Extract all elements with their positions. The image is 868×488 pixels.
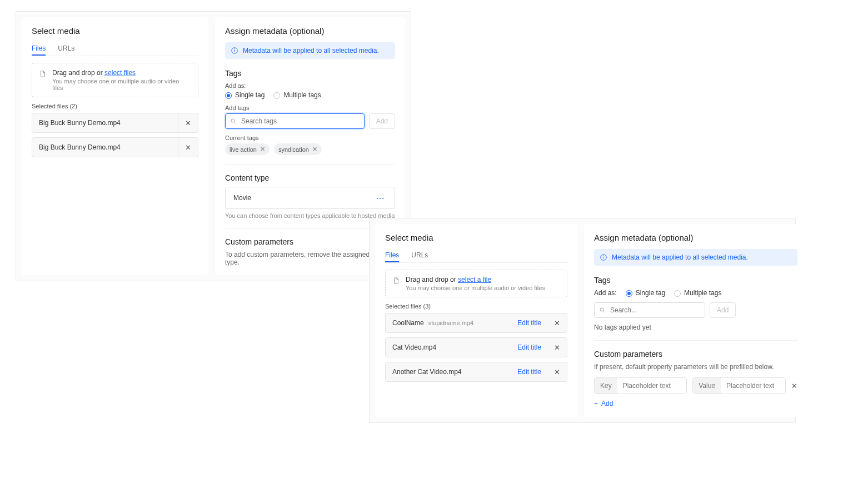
remove-tag-icon[interactable]: ✕	[260, 146, 265, 153]
assign-metadata-title: Assign metadata (optional)	[225, 26, 395, 36]
radio-single-tag[interactable]: Single tag	[626, 289, 665, 297]
info-banner-text: Metadata will be applied to all selected…	[243, 47, 379, 54]
param-value-field[interactable]: Value	[692, 377, 785, 394]
radio-single-label: Single tag	[235, 91, 265, 99]
info-banner: Metadata will be applied to all selected…	[594, 249, 797, 266]
select-file-link[interactable]: select a file	[458, 276, 491, 283]
file-row: Cat Video.mp4 Edit title ✕	[385, 337, 567, 357]
tag-chip: syndication✕	[274, 143, 322, 155]
selected-files-header: Selected files (2)	[32, 103, 198, 109]
file-name: Big Buck Bunny Demo.mp4	[39, 119, 121, 127]
search-tags-input[interactable]	[240, 117, 360, 126]
add-param-link[interactable]: +Add	[594, 400, 613, 407]
tab-urls[interactable]: URLs	[411, 249, 428, 262]
param-value-label: Value	[693, 378, 721, 394]
radio-multiple-label: Multiple tags	[684, 289, 721, 297]
remove-tag-icon[interactable]: ✕	[312, 146, 317, 153]
tab-files[interactable]: Files	[32, 42, 46, 56]
file-row: CoolNamestupidname.mp4 Edit title ✕	[385, 313, 567, 333]
radio-unchecked-icon	[674, 290, 681, 297]
tag-chip-label: live action	[230, 146, 257, 153]
file-icon	[39, 70, 47, 78]
search-icon	[230, 118, 237, 125]
custom-params-desc: If present, default property parameters …	[594, 363, 797, 371]
file-name: CoolName	[392, 319, 424, 327]
custom-params-header: Custom parameters	[594, 350, 797, 358]
svg-point-3	[231, 119, 235, 122]
file-name: Big Buck Bunny Demo.mp4	[39, 143, 121, 151]
content-type-value: Movie	[233, 194, 251, 202]
radio-checked-icon	[225, 92, 232, 99]
info-banner: Metadata will be applied to all selected…	[225, 42, 395, 59]
remove-file-button[interactable]: ✕	[178, 113, 198, 133]
plus-icon: +	[594, 400, 598, 407]
param-key-label: Key	[595, 378, 617, 394]
search-tags-input-wrap[interactable]	[594, 302, 705, 318]
select-media-panel: Select media Files URLs Drag and drop or…	[22, 17, 208, 275]
info-icon	[600, 253, 607, 261]
dropzone[interactable]: Drag and drop or select a file You may c…	[385, 270, 567, 297]
file-subname: stupidname.mp4	[428, 320, 473, 326]
search-tags-input[interactable]	[609, 306, 700, 315]
file-row: Another Cat Video.mp4 Edit title ✕	[385, 362, 567, 382]
add-tags-label: Add tags	[225, 104, 395, 111]
info-banner-text: Metadata will be applied to all selected…	[612, 253, 748, 261]
param-key-input[interactable]	[617, 378, 687, 394]
select-media-title: Select media	[385, 233, 567, 242]
radio-multiple-tags[interactable]: Multiple tags	[273, 91, 321, 99]
tag-chip: live action✕	[225, 143, 270, 155]
select-files-link[interactable]: select files	[104, 69, 136, 77]
no-tags-message: No tags applied yet	[594, 323, 797, 331]
edit-title-link[interactable]: Edit title	[512, 343, 547, 351]
tab-urls[interactable]: URLs	[58, 42, 74, 56]
current-tags-label: Current tags	[225, 135, 395, 141]
selected-files-header: Selected files (3)	[385, 303, 567, 310]
add-param-label: Add	[601, 400, 613, 407]
tags-header: Tags	[594, 276, 797, 285]
tags-header: Tags	[225, 69, 395, 78]
select-media-panel: Select media Files URLs Drag and drop or…	[375, 224, 577, 417]
file-name: Another Cat Video.mp4	[392, 368, 462, 376]
tag-chip-label: syndication	[278, 146, 309, 153]
file-row: Big Buck Bunny Demo.mp4 ✕	[32, 113, 198, 133]
radio-single-tag[interactable]: Single tag	[225, 91, 265, 99]
search-tags-input-wrap[interactable]	[225, 113, 365, 129]
tab-files[interactable]: Files	[385, 249, 399, 262]
radio-single-label: Single tag	[636, 289, 665, 297]
search-icon	[599, 307, 606, 313]
svg-point-8	[600, 308, 603, 311]
param-value-input[interactable]	[721, 378, 785, 394]
add-as-label: Add as:	[594, 289, 617, 297]
radio-multiple-tags[interactable]: Multiple tags	[674, 289, 721, 297]
remove-file-button[interactable]: ✕	[547, 337, 567, 357]
radio-checked-icon	[626, 290, 632, 297]
content-type-select[interactable]: Movie ⋯	[225, 187, 395, 209]
info-icon	[231, 47, 238, 54]
svg-line-9	[603, 311, 605, 313]
file-icon	[392, 277, 400, 285]
add-tag-button[interactable]: Add	[710, 302, 736, 318]
content-type-header: Content type	[225, 173, 395, 182]
file-name: Cat Video.mp4	[392, 343, 436, 351]
edit-title-link[interactable]: Edit title	[512, 368, 547, 376]
add-as-label: Add as:	[225, 82, 395, 89]
dropzone-text: Drag and drop or	[52, 69, 104, 77]
dropzone-hint: You may choose one or multiple audio or …	[52, 78, 191, 91]
add-tag-button[interactable]: Add	[369, 113, 395, 129]
more-options-icon[interactable]: ⋯	[373, 191, 387, 205]
assign-metadata-title: Assign metadata (optional)	[594, 233, 797, 242]
select-media-title: Select media	[32, 26, 198, 36]
dropzone[interactable]: Drag and drop or select files You may ch…	[32, 63, 198, 97]
assign-metadata-panel: Assign metadata (optional) Metadata will…	[584, 224, 807, 417]
svg-point-2	[235, 49, 235, 49]
svg-line-4	[235, 122, 236, 124]
remove-file-button[interactable]: ✕	[178, 137, 198, 157]
remove-param-button[interactable]: ✕	[791, 382, 797, 390]
edit-title-link[interactable]: Edit title	[512, 319, 547, 327]
dropzone-hint: You may choose one or multiple audio or …	[406, 285, 545, 291]
remove-file-button[interactable]: ✕	[547, 313, 567, 333]
file-row: Big Buck Bunny Demo.mp4 ✕	[32, 137, 198, 157]
param-key-field[interactable]: Key	[594, 377, 687, 394]
remove-file-button[interactable]: ✕	[547, 362, 567, 382]
dropzone-text: Drag and drop or	[406, 276, 458, 283]
